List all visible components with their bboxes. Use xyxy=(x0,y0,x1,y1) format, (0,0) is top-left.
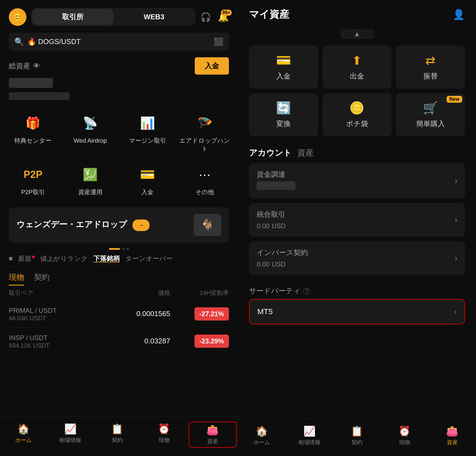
assets-icon: 👛 xyxy=(206,424,219,436)
shortcut-p2p[interactable]: P2P P2P取引 xyxy=(4,158,62,202)
avatar[interactable]: 😊 xyxy=(9,8,26,26)
pochi-action-label: ポチ袋 xyxy=(346,119,368,129)
right-nav-assets-label: 資産 xyxy=(447,439,458,446)
banner[interactable]: ウェンズデー・エアドロップ → 🐐 xyxy=(9,207,229,243)
right-market-icon: 📈 xyxy=(303,425,316,437)
wed-airdrop-label: Wed Airdrop xyxy=(74,137,107,145)
action-convert[interactable]: 🔄 変換 xyxy=(249,93,318,136)
shortcut-other[interactable]: ⋯ その他 xyxy=(176,158,233,202)
mt5-label: MT5 xyxy=(257,307,273,316)
pair-vol-2: 934.12K USDT xyxy=(9,342,97,349)
banner-image: 🐐 xyxy=(194,214,221,236)
new-badge: New xyxy=(447,96,462,103)
shortcut-grid: 🎁 特典センター 📡 Wed Airdrop 📊 マージン取引 🪂 エアドロップ… xyxy=(0,104,238,204)
shortcut-asset-mgmt[interactable]: 💹 資産運用 xyxy=(62,158,119,202)
convert-action-icon: 🔄 xyxy=(276,101,291,115)
nav-home[interactable]: 🏠 ホーム xyxy=(0,421,47,448)
right-nav-spot[interactable]: ⏰ 現物 xyxy=(381,423,428,448)
market-tab-new[interactable]: 新規 xyxy=(18,253,35,264)
header-change: 24H変動率 xyxy=(170,289,229,297)
buy-action-label: 簡単購入 xyxy=(416,119,445,129)
account-card-funding[interactable]: 資金調達 › xyxy=(249,163,465,199)
banner-arrow-button[interactable]: → xyxy=(132,219,150,231)
banner-text: ウェンズデー・エアドロップ xyxy=(17,220,127,229)
deposit-button[interactable]: 入金 xyxy=(195,57,229,75)
shortcut-margin[interactable]: 📊 マージン取引 xyxy=(119,107,176,158)
mt5-card[interactable]: MT5 › xyxy=(249,299,465,324)
inverse-title: インバース契約 xyxy=(257,248,308,257)
banner-content: ウェンズデー・エアドロップ → xyxy=(17,219,150,231)
action-deposit[interactable]: 💳 入金 xyxy=(249,45,318,89)
market-tab-turnover[interactable]: ターンオーバー xyxy=(125,253,173,264)
subtab-contract[interactable]: 契約 xyxy=(34,270,50,286)
account-tab-account[interactable]: アカウント xyxy=(249,147,292,159)
market-tab-top[interactable]: 値上がりランク xyxy=(40,253,88,264)
pochi-action-icon: 🪙 xyxy=(349,101,364,115)
right-nav-market[interactable]: 📈 相場情報 xyxy=(286,423,333,448)
right-nav-assets[interactable]: 👛 資産 xyxy=(428,423,476,448)
account-card-unified[interactable]: 統合取引 0.00 USD › xyxy=(249,203,465,237)
buy-action-icon: 🛒 xyxy=(423,101,438,115)
nav-spot[interactable]: ⏰ 現物 xyxy=(141,421,188,448)
search-input[interactable] xyxy=(27,37,210,46)
right-nav-contract[interactable]: 📋 契約 xyxy=(333,423,381,448)
right-title: マイ資産 xyxy=(249,8,289,21)
market-tabs: ≡ 新規 値上がりランク 下落銘柄 ターンオーバー xyxy=(0,251,238,267)
nav-assets[interactable]: 👛 資産 xyxy=(189,422,237,448)
header-pair: 取引ペア xyxy=(9,289,97,297)
total-assets-row: 総資産 👁 入金 xyxy=(0,53,238,77)
shortcut-tokuten[interactable]: 🎁 特典センター xyxy=(4,107,62,158)
web3-tab[interactable]: WEB3 xyxy=(113,9,195,25)
shortcut-airdrop-hunt[interactable]: 🪂 エアドロップハント xyxy=(176,107,233,158)
right-assets-icon: 👛 xyxy=(446,425,458,437)
nav-assets-label: 資産 xyxy=(207,438,218,445)
shortcut-deposit[interactable]: 💳 入金 xyxy=(119,158,176,202)
headset-icon[interactable]: 🎧 xyxy=(200,12,211,22)
banner-dot-2 xyxy=(127,248,129,250)
exchange-tab[interactable]: 取引所 xyxy=(32,9,113,25)
eye-icon[interactable]: 👁 xyxy=(33,62,40,70)
pair-vol-1: 46.03K USDT xyxy=(9,315,97,322)
margin-label: マージン取引 xyxy=(129,137,166,145)
user-icon[interactable]: 👤 xyxy=(453,9,465,20)
action-buy[interactable]: New 🛒 簡単購入 xyxy=(396,93,465,136)
tokuten-label: 特典センター xyxy=(14,137,52,145)
transfer-action-label: 振替 xyxy=(423,71,438,81)
header-price: 価格 xyxy=(97,289,170,297)
up-arrow-button[interactable]: ▲ xyxy=(340,29,374,39)
market-tab-drop[interactable]: 下落銘柄 xyxy=(93,253,120,264)
notification-badge: 99+ xyxy=(221,10,232,16)
nav-contract[interactable]: 📋 契約 xyxy=(94,421,140,448)
market-tab-all[interactable]: ≡ xyxy=(9,254,13,264)
info-icon: ? xyxy=(303,288,310,294)
other-icon: ⋯ xyxy=(194,164,216,186)
subtab-spot[interactable]: 現物 xyxy=(9,270,24,286)
pair-quote-2: / USDT xyxy=(24,334,48,341)
contract-icon: 📋 xyxy=(111,423,123,435)
inverse-arrow: › xyxy=(455,254,457,263)
market-icon: 📈 xyxy=(64,423,77,435)
scan-icon[interactable]: ⬛ xyxy=(214,37,223,46)
account-card-inverse[interactable]: インバース契約 0.00 USD › xyxy=(249,241,465,275)
nav-home-label: ホーム xyxy=(15,436,32,444)
deposit-action-label: 入金 xyxy=(276,71,291,81)
unified-arrow: › xyxy=(455,216,457,224)
total-assets-label: 総資産 👁 xyxy=(9,61,40,71)
table-row[interactable]: PRIMAL / USDT 46.03K USDT 0.0001565 -27.… xyxy=(0,300,238,328)
action-pochi[interactable]: 🪙 ポチ袋 xyxy=(323,93,392,136)
tokuten-icon: 🎁 xyxy=(22,112,44,134)
shortcut-wed-airdrop[interactable]: 📡 Wed Airdrop xyxy=(62,107,119,158)
action-withdraw[interactable]: ⬆ 出金 xyxy=(323,45,392,89)
row-change-1: -27.21% xyxy=(170,307,229,321)
right-nav-home[interactable]: 🏠 ホーム xyxy=(238,423,286,448)
notification-icon[interactable]: 🔔 99+ xyxy=(218,12,229,22)
right-header: マイ資産 👤 xyxy=(238,0,476,27)
nav-market[interactable]: 📈 相場情報 xyxy=(47,421,94,448)
account-tab-assets[interactable]: 資産 xyxy=(297,147,314,159)
unified-value: 0.00 USD xyxy=(257,221,286,230)
action-transfer[interactable]: ⇄ 振替 xyxy=(396,45,465,89)
table-row[interactable]: INSP / USDT 934.12K USDT 0.03287 -23.29% xyxy=(0,328,238,355)
banner-dots xyxy=(0,248,238,250)
unified-card-content: 統合取引 0.00 USD xyxy=(257,210,286,230)
nav-contract-label: 契約 xyxy=(112,436,123,444)
